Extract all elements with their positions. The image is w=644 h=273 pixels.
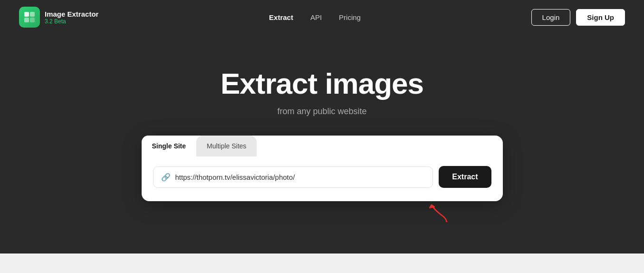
nav-links: Extract API Pricing xyxy=(269,13,361,21)
nav-link-api[interactable]: API xyxy=(310,13,322,21)
brand: Image Extractor 3.2 Beta xyxy=(19,7,98,28)
brand-logo xyxy=(19,7,40,28)
tab-single-site[interactable]: Single Site xyxy=(142,136,197,156)
arrow-indicator xyxy=(428,201,452,222)
svg-rect-0 xyxy=(24,12,29,17)
hero-subtitle: from any public website xyxy=(277,107,366,117)
svg-rect-1 xyxy=(30,12,35,17)
login-button[interactable]: Login xyxy=(531,9,571,26)
extract-button[interactable]: Extract xyxy=(439,166,491,188)
extract-card: Single Site Multiple Sites 🔗 Extract xyxy=(142,136,503,201)
input-row: 🔗 Extract xyxy=(142,166,503,188)
link-icon: 🔗 xyxy=(161,173,171,182)
svg-rect-3 xyxy=(30,18,35,22)
signup-button[interactable]: Sign Up xyxy=(576,9,625,26)
navbar: Image Extractor 3.2 Beta Extract API Pri… xyxy=(0,0,644,34)
brand-logo-icon xyxy=(23,11,36,23)
brand-name: Image Extractor xyxy=(45,10,98,18)
nav-link-pricing[interactable]: Pricing xyxy=(339,13,361,21)
nav-link-extract[interactable]: Extract xyxy=(269,13,293,21)
widget-container: Single Site Multiple Sites 🔗 Extract xyxy=(142,136,503,201)
url-input[interactable] xyxy=(175,173,425,181)
dark-section: Image Extractor 3.2 Beta Extract API Pri… xyxy=(0,0,644,254)
light-section xyxy=(0,254,644,273)
page-wrapper: Image Extractor 3.2 Beta Extract API Pri… xyxy=(0,0,644,273)
tab-multiple-sites[interactable]: Multiple Sites xyxy=(196,136,257,156)
hero-section: Extract images from any public website S… xyxy=(0,34,644,215)
hero-title: Extract images xyxy=(221,68,423,100)
nav-actions: Login Sign Up xyxy=(531,9,625,26)
arrow-icon xyxy=(428,201,452,222)
url-input-wrapper: 🔗 xyxy=(153,166,433,188)
brand-text: Image Extractor 3.2 Beta xyxy=(45,10,98,25)
svg-rect-2 xyxy=(24,18,29,22)
brand-version: 3.2 Beta xyxy=(45,18,98,25)
tabs-row: Single Site Multiple Sites xyxy=(142,136,503,156)
